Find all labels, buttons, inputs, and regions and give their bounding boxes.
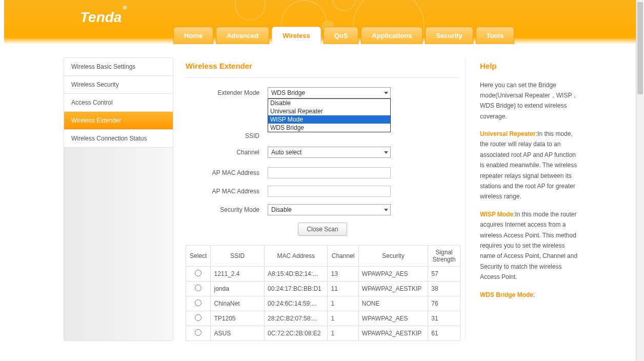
ap-mac-2-label: AP MAC Address [186,188,268,195]
col-channel: Channel [328,246,358,267]
tab-advanced[interactable]: Advanced [216,27,269,44]
cell-channel: 1 [328,326,358,341]
option-disable[interactable]: Disable [268,99,390,107]
table-row: jonda00:24:17:BC:BB:D111WPAWPA2_AESTKIP3… [186,282,460,296]
tab-home[interactable]: Home [173,27,213,44]
scan-results-table: Select SSID MAC Address Channel Security… [186,245,460,341]
sidebar: Wireless Basic Settings Wireless Securit… [64,57,173,341]
cell-mac: 00:24:6C:14:59:... [265,296,328,311]
security-mode-label: Security Mode [186,206,268,213]
row-select-radio[interactable] [195,329,202,336]
tab-wireless[interactable]: Wireless [272,27,320,44]
cell-signal: 38 [428,282,460,296]
help-intro: Here you can set the Bridge mode(Univers… [480,80,580,122]
sidebar-item-access-control[interactable]: Access Control [64,94,173,112]
row-select-radio[interactable] [195,314,202,321]
option-wisp-mode[interactable]: WISP Mode [268,115,390,124]
col-mac: MAC Address [265,246,328,267]
cell-security: WPAWPA2_AES [358,311,428,326]
table-row: ChinaNet00:24:6C:14:59:...1NONE76 [186,296,460,311]
sidebar-item-wireless-extender[interactable]: Wireless Extender [64,112,173,130]
cell-signal: 57 [428,267,460,282]
extender-mode-label: Extender Mode [186,89,268,96]
cell-channel: 13 [328,267,358,282]
cell-channel: 1 [328,311,358,326]
main-content: Wireless Extender Extender Mode WDS Brid… [186,57,451,341]
header: Tenda® Home Advanced Wireless QoS Applic… [4,0,640,44]
security-mode-select[interactable]: Disable [268,204,391,215]
col-signal: Signal Strength [428,246,460,267]
col-security: Security [358,246,428,267]
tab-tools[interactable]: Tools [476,27,515,44]
tab-security[interactable]: Security [425,27,473,44]
col-select: Select [186,246,211,267]
cell-security: WPAWPA2_AESTKIP [358,282,428,296]
brand-logo: Tenda® [80,9,127,26]
chevron-down-icon [384,209,388,211]
row-select-radio[interactable] [195,299,202,306]
extender-mode-dropdown[interactable]: Disable Universal Repeater WISP Mode WDS… [268,98,391,132]
table-row: ASUS0C:72:2C:2B:08:E21WPAWPA2_AESTKIP61 [186,326,460,341]
vertical-divider [465,57,466,341]
help-panel: Help Here you can set the Bridge mode(Un… [480,57,580,341]
close-scan-button[interactable]: Close Scan [298,223,347,236]
ap-mac-1-input[interactable] [268,167,391,178]
cell-signal: 61 [428,326,460,341]
channel-select[interactable]: Auto select [268,147,391,158]
sidebar-item-basic-settings[interactable]: Wireless Basic Settings [64,58,173,76]
cell-signal: 31 [428,311,460,326]
cell-ssid: 1211_2.4 [211,267,265,282]
ap-mac-1-label: AP MAC Address [186,169,268,176]
row-select-radio[interactable] [195,285,202,291]
sidebar-item-connection-status[interactable]: Wireless Connection Status [64,130,173,148]
cell-channel: 11 [328,282,358,296]
vertical-scrollbar[interactable] [636,0,644,341]
cell-signal: 76 [428,296,460,311]
cell-ssid: jonda [211,282,265,296]
cell-ssid: ASUS [211,326,265,341]
table-row: TP120528:2C:B2:07:58:...1WPAWPA2_AES31 [186,311,460,326]
table-row: 1211_2.4A8:15:4D:B2:14:...13WPAWPA2_AES5… [186,267,460,282]
row-select-radio[interactable] [195,270,202,276]
option-wds-bridge[interactable]: WDS Bridge [268,124,390,132]
main-tabs: Home Advanced Wireless QoS Applications … [173,27,514,44]
cell-mac: A8:15:4D:B2:14:... [265,267,328,282]
ap-mac-2-input[interactable] [268,186,391,197]
help-universal-repeater: Universal Repeater:In this mode, the rou… [480,129,580,202]
chevron-down-icon [384,92,388,94]
cell-mac: 00:24:17:BC:BB:D1 [265,282,328,296]
channel-label: Channel [186,149,268,156]
cell-ssid: TP1205 [211,311,265,326]
cell-mac: 28:2C:B2:07:58:... [265,311,328,326]
option-universal-repeater[interactable]: Universal Repeater [268,107,390,115]
cell-security: WPAWPA2_AES [358,267,428,282]
tab-qos[interactable]: QoS [324,27,359,44]
help-wisp-mode: WISP Mode:In this mode the router acquir… [480,209,580,283]
chevron-down-icon [384,151,388,154]
sidebar-item-wireless-security[interactable]: Wireless Security [64,76,173,94]
cell-channel: 1 [328,296,358,311]
help-title: Help [480,59,580,73]
col-ssid: SSID [211,246,265,267]
extender-mode-select[interactable]: WDS Bridge [268,87,391,98]
cell-security: WPAWPA2_AESTKIP [358,326,428,341]
page-title: Wireless Extender [186,62,451,70]
cell-ssid: ChinaNet [211,296,265,311]
cell-security: NONE [358,296,428,311]
ssid-label: SSID [186,132,268,139]
help-wds-bridge: WDS Bridge Mode: [480,290,580,300]
cell-mac: 0C:72:2C:2B:08:E2 [265,326,328,341]
tab-applications[interactable]: Applications [361,27,422,44]
